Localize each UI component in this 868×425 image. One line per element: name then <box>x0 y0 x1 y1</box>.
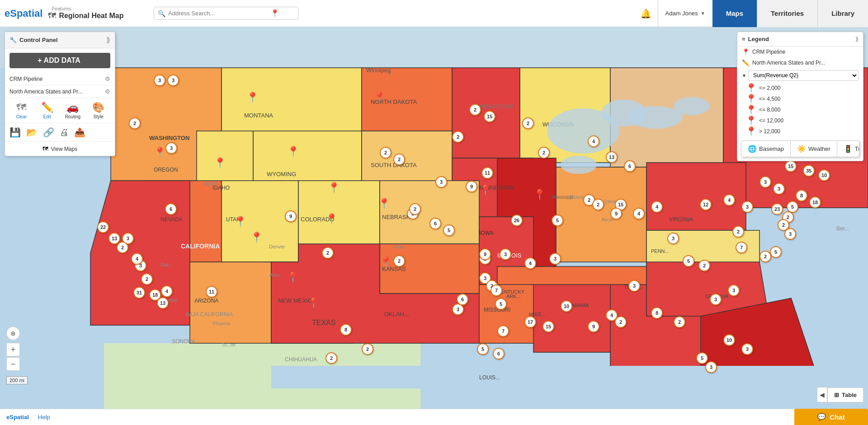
footer-help[interactable]: Help <box>38 414 50 420</box>
cluster-pin[interactable]: 2 <box>522 117 534 129</box>
cluster-pin[interactable]: 3 <box>667 233 679 244</box>
cluster-pin[interactable]: 3 <box>784 228 796 240</box>
clear-tool[interactable]: 🗺 Clear <box>9 102 33 119</box>
compass-button[interactable]: ⊕ <box>6 327 20 340</box>
cluster-pin[interactable]: 12 <box>700 199 712 210</box>
gear-icon[interactable]: ⚙ <box>105 88 110 95</box>
cluster-pin[interactable]: 3 <box>705 361 717 373</box>
cluster-pin[interactable]: 3 <box>628 280 640 292</box>
cluster-pin[interactable]: 2 <box>129 117 141 129</box>
cluster-pin[interactable]: 3 <box>167 75 179 86</box>
export-icon[interactable]: 📤 <box>74 127 85 138</box>
library-nav-button[interactable]: Library <box>817 0 868 27</box>
cluster-pin[interactable]: 10 <box>561 300 572 312</box>
cluster-pin[interactable]: 6 <box>457 294 468 305</box>
edit-tool[interactable]: ✏️ Edit <box>35 102 59 119</box>
cluster-pin[interactable]: 10 <box>723 334 735 346</box>
cluster-pin[interactable]: 17 <box>524 316 536 328</box>
table-collapse-button[interactable]: ◀ <box>817 387 827 402</box>
cluster-pin[interactable]: 3 <box>435 176 447 188</box>
cluster-pin[interactable]: 2 <box>615 316 627 328</box>
cluster-pin[interactable]: 3 <box>760 176 771 188</box>
add-data-button[interactable]: + ADD DATA <box>9 53 110 68</box>
cluster-pin[interactable]: 3 <box>154 75 165 86</box>
view-maps-row[interactable]: 🗺 View Maps <box>5 142 115 156</box>
cluster-pin[interactable]: 2 <box>380 147 392 159</box>
map-pin[interactable]: 📍 <box>246 93 259 103</box>
cluster-pin[interactable]: 2 <box>452 131 464 143</box>
basemap-toggle[interactable]: 🌐 Basemap <box>741 141 791 157</box>
cluster-pin[interactable]: 8 <box>796 190 807 201</box>
cluster-pin[interactable]: 13 <box>606 151 618 163</box>
cluster-pin[interactable]: 4 <box>131 253 143 265</box>
cluster-pin[interactable]: 26 <box>511 215 523 226</box>
map-pin[interactable]: 📍 <box>287 272 299 282</box>
cluster-pin[interactable]: 9 <box>479 248 491 260</box>
cluster-pin[interactable]: 3 <box>728 285 740 296</box>
map-pin[interactable]: 📍 <box>479 185 491 195</box>
cluster-pin[interactable]: 6 <box>429 218 441 229</box>
cluster-pin[interactable]: 5 <box>683 255 694 267</box>
cluster-pin[interactable]: 6 <box>165 203 177 215</box>
save-icon[interactable]: 💾 <box>9 127 21 138</box>
location-pin-icon[interactable]: 📍 <box>270 9 279 18</box>
map-pin[interactable]: 📍 <box>307 298 320 308</box>
territories-nav-button[interactable]: Territories <box>757 0 817 27</box>
cluster-pin[interactable]: 11 <box>481 167 493 179</box>
cluster-pin[interactable]: 8 <box>651 307 663 319</box>
map-pin[interactable]: 📍 <box>250 233 263 243</box>
map-pin[interactable]: 📍 <box>287 147 299 157</box>
cluster-pin[interactable]: 15 <box>785 160 797 172</box>
cluster-pin[interactable]: 7 <box>497 325 509 337</box>
cluster-pin[interactable]: 2 <box>409 203 421 215</box>
legend-dropdown[interactable]: Sum(Revenue Q2) <box>748 70 859 81</box>
cluster-pin[interactable]: 22 <box>97 221 109 233</box>
cluster-pin[interactable]: 9 <box>588 321 599 332</box>
map-pin[interactable]: 📍 <box>234 217 246 227</box>
cluster-pin[interactable]: 4 <box>633 208 645 220</box>
routing-tool[interactable]: 🚗 Routing <box>61 102 85 119</box>
cluster-pin[interactable]: 2 <box>538 147 550 159</box>
cluster-pin[interactable]: 4 <box>161 285 173 297</box>
chat-button[interactable]: 💬 Chat <box>794 409 868 425</box>
notification-icon[interactable]: 🔔 <box>634 0 658 27</box>
style-tool[interactable]: 🎨 Style <box>86 102 110 119</box>
cluster-pin[interactable]: 5 <box>443 224 455 236</box>
cluster-pin[interactable]: 6 <box>493 348 505 360</box>
map-pin[interactable]: 📍 <box>326 214 338 224</box>
table-button[interactable]: ⊞ Table <box>827 388 863 402</box>
print-icon[interactable]: 🖨 <box>60 127 69 138</box>
cluster-pin[interactable]: 6 <box>624 160 636 172</box>
user-area[interactable]: Adam Jones ▼ <box>658 0 712 27</box>
map-pin[interactable]: 📍 <box>328 183 340 193</box>
cluster-pin[interactable]: 2 <box>326 352 337 364</box>
cluster-pin[interactable]: 3 <box>500 248 511 260</box>
cluster-pin[interactable]: 2 <box>322 247 334 259</box>
open-icon[interactable]: 📂 <box>26 127 38 138</box>
cluster-pin[interactable]: 8 <box>340 324 352 336</box>
footer-logo[interactable]: eSpatial <box>6 414 29 420</box>
cluster-pin[interactable]: 3 <box>741 343 753 355</box>
traffic-toggle[interactable]: 🚦 Traffic <box>837 141 859 157</box>
collapse-icon[interactable]: ⟫ <box>106 36 110 44</box>
weather-toggle[interactable]: ☀️ Weather <box>791 141 837 157</box>
cluster-pin[interactable]: 31 <box>133 287 145 299</box>
share-icon[interactable]: 🔗 <box>43 127 54 138</box>
cluster-pin[interactable]: 35 <box>803 165 815 177</box>
cluster-pin[interactable]: 7 <box>491 285 502 296</box>
map-pin[interactable]: 📍 <box>154 148 166 158</box>
cluster-pin[interactable]: 18 <box>809 196 821 208</box>
search-input[interactable] <box>168 10 268 17</box>
zoom-in-button[interactable]: + <box>6 343 20 356</box>
cluster-pin[interactable]: 3 <box>710 294 722 305</box>
search-area[interactable]: 🔍 📍 <box>154 7 298 20</box>
map-container[interactable]: WASHINGTON OREGON MONTANA IDAHO WYOMING … <box>0 27 868 425</box>
cluster-pin[interactable]: 3 <box>741 201 753 213</box>
cluster-pin[interactable]: 13 <box>157 297 169 309</box>
map-pin[interactable]: 📍 <box>380 257 392 267</box>
cluster-pin[interactable]: 5 <box>770 246 782 258</box>
map-pin[interactable]: 📍 <box>214 158 226 168</box>
cluster-pin[interactable]: 5 <box>495 298 507 310</box>
cluster-pin[interactable]: 9 <box>285 210 297 222</box>
cluster-pin[interactable]: 2 <box>393 255 405 267</box>
